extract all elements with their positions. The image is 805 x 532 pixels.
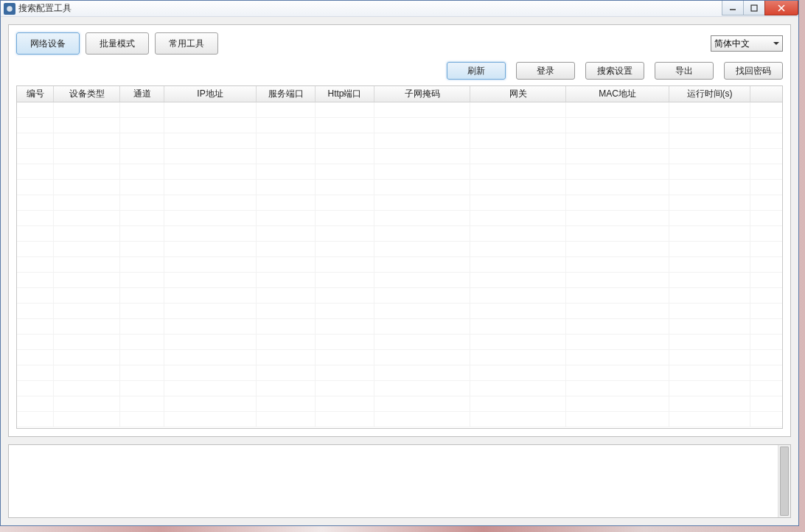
language-select[interactable]: 简体中文 [711,35,783,52]
tab-row: 网络设备 批量模式 常用工具 简体中文 [16,32,783,55]
table-row[interactable] [17,396,782,412]
login-button[interactable]: 登录 [516,62,575,80]
table-row[interactable] [17,149,782,164]
log-scrollbar[interactable] [778,445,790,517]
app-icon [4,3,15,15]
col-device-type[interactable]: 设备类型 [54,86,120,102]
find-password-button[interactable]: 找回密码 [724,62,783,80]
titlebar[interactable]: 搜索配置工具 [1,1,798,17]
col-ip-address[interactable]: IP地址 [164,86,257,102]
table-row[interactable] [17,211,782,226]
window-controls [722,1,798,15]
table-row[interactable] [17,304,782,319]
table-row[interactable] [17,133,782,149]
log-panel [8,444,791,518]
minimize-button[interactable] [722,1,744,15]
table-row[interactable] [17,164,782,180]
tab-common-tools[interactable]: 常用工具 [155,32,218,55]
table-row[interactable] [17,195,782,211]
table-row[interactable] [17,118,782,133]
app-window: 搜索配置工具 网络设备 批量模式 常用工具 简体中文 刷新 [0,0,799,526]
table-row[interactable] [17,412,782,427]
table-row[interactable] [17,242,782,257]
table-header: 编号 设备类型 通道 IP地址 服务端口 Http端口 子网掩码 网关 MAC地… [17,86,782,102]
table-body[interactable] [17,102,782,428]
col-subnet-mask[interactable]: 子网掩码 [374,86,470,102]
search-settings-button[interactable]: 搜索设置 [585,62,644,80]
col-channel[interactable]: 通道 [120,86,164,102]
chevron-down-icon [773,42,779,45]
action-row: 刷新 登录 搜索设置 导出 找回密码 [16,62,783,80]
table-row[interactable] [17,335,782,350]
tab-batch-mode[interactable]: 批量模式 [86,32,149,55]
col-service-port[interactable]: 服务端口 [257,86,316,102]
window-title: 搜索配置工具 [18,2,72,15]
window-content: 网络设备 批量模式 常用工具 简体中文 刷新 登录 搜索设置 导出 找回密码 编… [1,17,798,525]
col-http-port[interactable]: Http端口 [316,86,374,102]
maximize-button[interactable] [743,1,765,15]
table-row[interactable] [17,365,782,381]
col-number[interactable]: 编号 [17,86,54,102]
col-mac-address[interactable]: MAC地址 [566,86,669,102]
language-selected: 简体中文 [714,38,750,50]
device-table: 编号 设备类型 通道 IP地址 服务端口 Http端口 子网掩码 网关 MAC地… [16,85,783,429]
col-runtime[interactable]: 运行时间(s) [669,86,750,102]
col-gateway[interactable]: 网关 [470,86,566,102]
table-row[interactable] [17,102,782,118]
refresh-button[interactable]: 刷新 [447,62,506,80]
main-panel: 网络设备 批量模式 常用工具 简体中文 刷新 登录 搜索设置 导出 找回密码 编… [8,24,791,437]
col-spacer [750,86,782,102]
table-row[interactable] [17,273,782,288]
svg-rect-2 [751,5,757,11]
table-row[interactable] [17,288,782,304]
tab-network-device[interactable]: 网络设备 [16,32,80,55]
table-row[interactable] [17,257,782,273]
table-row[interactable] [17,226,782,242]
table-row[interactable] [17,180,782,195]
close-button[interactable] [764,1,798,15]
table-row[interactable] [17,350,782,365]
svg-point-0 [7,6,13,12]
table-row[interactable] [17,381,782,396]
table-row[interactable] [17,319,782,335]
export-button[interactable]: 导出 [655,62,714,80]
log-area[interactable] [9,445,778,517]
